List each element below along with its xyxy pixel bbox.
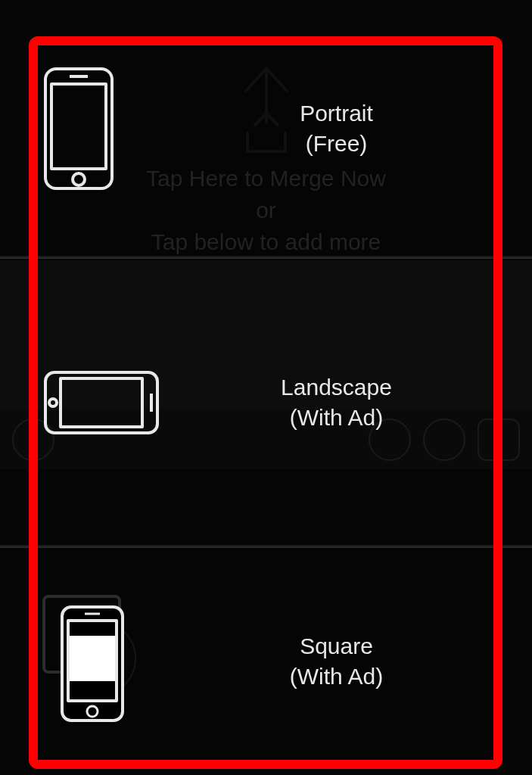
phone-square-icon xyxy=(41,593,132,730)
format-menu: Portrait(Free) Landscape(With Ad) xyxy=(0,0,532,775)
menu-item-portrait[interactable]: Portrait(Free) xyxy=(0,0,532,257)
svg-rect-5 xyxy=(61,378,142,427)
menu-label-landscape: Landscape(With Ad) xyxy=(177,372,496,434)
svg-rect-4 xyxy=(45,372,157,433)
menu-item-landscape[interactable]: Landscape(With Ad) xyxy=(0,259,532,546)
svg-rect-0 xyxy=(45,69,112,188)
svg-point-2 xyxy=(73,173,85,185)
svg-point-6 xyxy=(49,399,57,406)
menu-label-portrait: Portrait(Free) xyxy=(177,98,496,160)
menu-item-square[interactable]: Square(With Ad) xyxy=(0,548,532,775)
phone-portrait-icon xyxy=(41,64,117,193)
svg-rect-1 xyxy=(51,84,106,169)
phone-landscape-icon xyxy=(41,368,162,437)
svg-rect-11 xyxy=(70,636,115,681)
menu-label-square: Square(With Ad) xyxy=(177,631,496,693)
